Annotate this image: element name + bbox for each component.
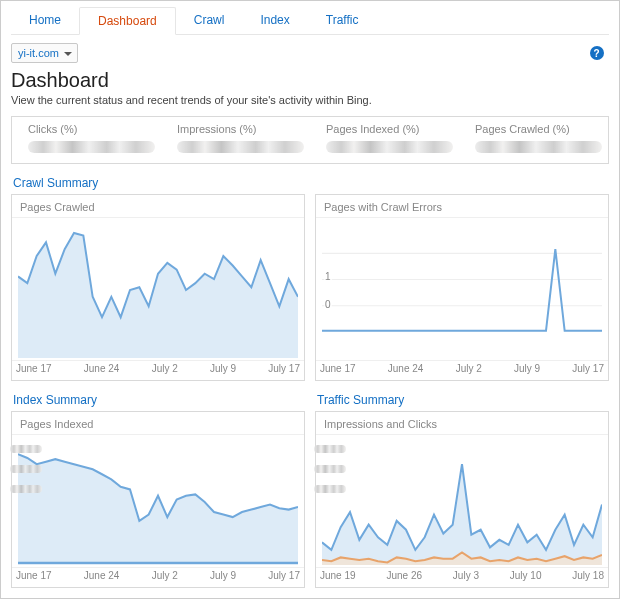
chart-header: Pages with Crawl Errors (316, 195, 608, 218)
metric-impressions: Impressions (%) (167, 123, 304, 153)
metric-pages-indexed: Pages Indexed (%) (316, 123, 453, 153)
chart-svg (322, 439, 602, 565)
page-subtitle: View the current status and recent trend… (11, 94, 609, 106)
site-selector[interactable]: yi-it.com (11, 43, 78, 63)
chart-svg (18, 222, 298, 358)
yaxis-redacted (314, 445, 346, 505)
nav-tabs: Home Dashboard Crawl Index Traffic (11, 1, 609, 35)
metric-label: Impressions (%) (177, 123, 304, 135)
section-title-crawl[interactable]: Crawl Summary (13, 176, 609, 190)
chart-header: Pages Indexed (12, 412, 304, 435)
lower-row: Pages Indexed June 17 June 24 July 2 Jul… (11, 411, 609, 588)
tab-home[interactable]: Home (11, 7, 79, 34)
metrics-box: Clicks (%) Impressions (%) Pages Indexed… (11, 116, 609, 164)
chart-impressions-clicks: Impressions and Clicks June 19 June 26 J… (315, 411, 609, 588)
section-title-index[interactable]: Index Summary (13, 393, 305, 407)
chart-svg (322, 222, 602, 358)
svg-marker-4 (18, 454, 298, 565)
metric-label: Pages Crawled (%) (475, 123, 602, 135)
chart-body (12, 218, 304, 358)
svg-marker-0 (18, 233, 298, 358)
chart-xaxis: June 17 June 24 July 2 July 9 July 17 (12, 360, 304, 380)
metric-label: Clicks (%) (28, 123, 155, 135)
lower-titles: Index Summary Traffic Summary (11, 381, 609, 411)
chart-header: Pages Crawled (12, 195, 304, 218)
site-row: yi-it.com ? (11, 43, 609, 63)
chart-header: Impressions and Clicks (316, 412, 608, 435)
chart-body (316, 435, 608, 565)
metric-value-redacted (326, 141, 453, 153)
metric-pages-crawled: Pages Crawled (%) (465, 123, 602, 153)
chart-xaxis: June 17 June 24 July 2 July 9 July 17 (316, 360, 608, 380)
chart-crawl-errors: Pages with Crawl Errors 0 1 June 17 June… (315, 194, 609, 381)
section-title-traffic[interactable]: Traffic Summary (317, 393, 609, 407)
yaxis-redacted (10, 445, 42, 505)
page-title: Dashboard (11, 69, 609, 92)
chart-body (12, 435, 304, 565)
chart-pages-crawled: Pages Crawled June 17 June 24 July 2 Jul… (11, 194, 305, 381)
metric-value-redacted (475, 141, 602, 153)
tab-index[interactable]: Index (242, 7, 307, 34)
crawl-row: Pages Crawled June 17 June 24 July 2 Jul… (11, 194, 609, 381)
metric-value-redacted (177, 141, 304, 153)
chart-xaxis: June 17 June 24 July 2 July 9 July 17 (12, 567, 304, 587)
chart-pages-indexed: Pages Indexed June 17 June 24 July 2 Jul… (11, 411, 305, 588)
chart-svg (18, 439, 298, 565)
help-icon[interactable]: ? (590, 46, 604, 60)
tab-dashboard[interactable]: Dashboard (79, 7, 176, 35)
tab-crawl[interactable]: Crawl (176, 7, 243, 34)
metric-value-redacted (28, 141, 155, 153)
tab-traffic[interactable]: Traffic (308, 7, 377, 34)
svg-marker-6 (322, 464, 602, 565)
chart-body: 0 1 (316, 218, 608, 358)
chart-xaxis: June 19 June 26 July 3 July 10 July 18 (316, 567, 608, 587)
metric-clicks: Clicks (%) (18, 123, 155, 153)
metric-label: Pages Indexed (%) (326, 123, 453, 135)
site-selector-value: yi-it.com (18, 47, 59, 59)
